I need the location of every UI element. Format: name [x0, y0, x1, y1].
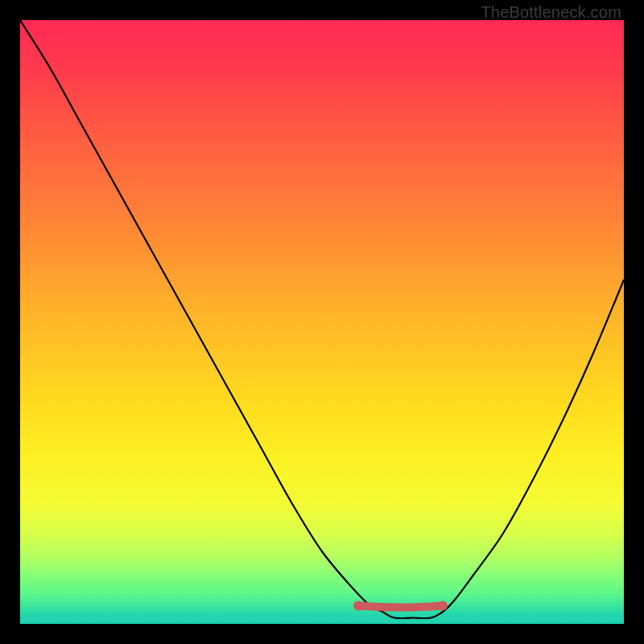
curve-line — [20, 20, 624, 618]
highlight-segment — [358, 606, 443, 608]
plot-area — [20, 20, 624, 624]
chart-frame: TheBottleneck.com — [0, 0, 644, 644]
highlight-dot-end — [438, 601, 448, 611]
chart-svg — [20, 20, 624, 624]
highlight-dot-start — [353, 601, 363, 611]
watermark-text: TheBottleneck.com — [481, 3, 621, 22]
